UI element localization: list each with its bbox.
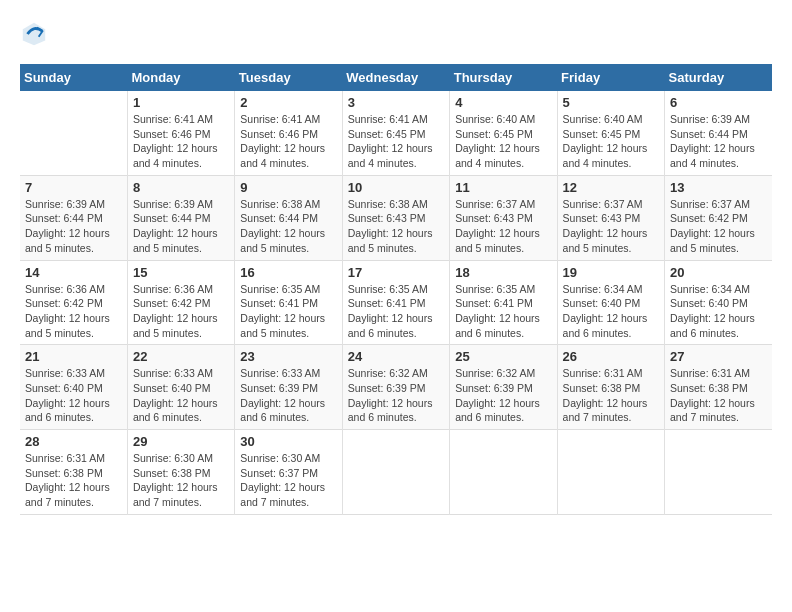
day-info: Sunrise: 6:41 AMSunset: 6:46 PMDaylight:… <box>133 112 229 171</box>
calendar-cell: 9Sunrise: 6:38 AMSunset: 6:44 PMDaylight… <box>235 175 342 260</box>
day-number: 1 <box>133 95 229 110</box>
day-info: Sunrise: 6:36 AMSunset: 6:42 PMDaylight:… <box>133 282 229 341</box>
day-info: Sunrise: 6:36 AMSunset: 6:42 PMDaylight:… <box>25 282 122 341</box>
calendar-cell: 14Sunrise: 6:36 AMSunset: 6:42 PMDayligh… <box>20 260 127 345</box>
calendar-cell: 10Sunrise: 6:38 AMSunset: 6:43 PMDayligh… <box>342 175 449 260</box>
calendar-cell: 17Sunrise: 6:35 AMSunset: 6:41 PMDayligh… <box>342 260 449 345</box>
day-info: Sunrise: 6:38 AMSunset: 6:44 PMDaylight:… <box>240 197 336 256</box>
day-info: Sunrise: 6:41 AMSunset: 6:45 PMDaylight:… <box>348 112 444 171</box>
calendar-cell: 11Sunrise: 6:37 AMSunset: 6:43 PMDayligh… <box>450 175 557 260</box>
day-number: 8 <box>133 180 229 195</box>
header-day-sunday: Sunday <box>20 64 127 91</box>
calendar-cell: 1Sunrise: 6:41 AMSunset: 6:46 PMDaylight… <box>127 91 234 175</box>
header-day-thursday: Thursday <box>450 64 557 91</box>
day-number: 30 <box>240 434 336 449</box>
day-info: Sunrise: 6:37 AMSunset: 6:42 PMDaylight:… <box>670 197 767 256</box>
calendar-cell: 7Sunrise: 6:39 AMSunset: 6:44 PMDaylight… <box>20 175 127 260</box>
week-row: 21Sunrise: 6:33 AMSunset: 6:40 PMDayligh… <box>20 345 772 430</box>
day-number: 12 <box>563 180 659 195</box>
day-number: 6 <box>670 95 767 110</box>
header-day-monday: Monday <box>127 64 234 91</box>
day-number: 26 <box>563 349 659 364</box>
day-info: Sunrise: 6:31 AMSunset: 6:38 PMDaylight:… <box>670 366 767 425</box>
day-number: 10 <box>348 180 444 195</box>
header-day-tuesday: Tuesday <box>235 64 342 91</box>
day-number: 15 <box>133 265 229 280</box>
logo-icon <box>20 20 48 48</box>
calendar-cell: 13Sunrise: 6:37 AMSunset: 6:42 PMDayligh… <box>665 175 772 260</box>
day-number: 13 <box>670 180 767 195</box>
day-info: Sunrise: 6:32 AMSunset: 6:39 PMDaylight:… <box>455 366 551 425</box>
calendar-cell: 21Sunrise: 6:33 AMSunset: 6:40 PMDayligh… <box>20 345 127 430</box>
day-number: 4 <box>455 95 551 110</box>
svg-marker-0 <box>23 23 45 45</box>
calendar-cell: 6Sunrise: 6:39 AMSunset: 6:44 PMDaylight… <box>665 91 772 175</box>
day-number: 7 <box>25 180 122 195</box>
day-number: 23 <box>240 349 336 364</box>
calendar-cell: 19Sunrise: 6:34 AMSunset: 6:40 PMDayligh… <box>557 260 664 345</box>
header-row: SundayMondayTuesdayWednesdayThursdayFrid… <box>20 64 772 91</box>
day-info: Sunrise: 6:32 AMSunset: 6:39 PMDaylight:… <box>348 366 444 425</box>
day-number: 28 <box>25 434 122 449</box>
calendar-cell: 30Sunrise: 6:30 AMSunset: 6:37 PMDayligh… <box>235 430 342 515</box>
week-row: 7Sunrise: 6:39 AMSunset: 6:44 PMDaylight… <box>20 175 772 260</box>
calendar-cell: 27Sunrise: 6:31 AMSunset: 6:38 PMDayligh… <box>665 345 772 430</box>
calendar-cell: 4Sunrise: 6:40 AMSunset: 6:45 PMDaylight… <box>450 91 557 175</box>
day-info: Sunrise: 6:39 AMSunset: 6:44 PMDaylight:… <box>25 197 122 256</box>
calendar-cell: 12Sunrise: 6:37 AMSunset: 6:43 PMDayligh… <box>557 175 664 260</box>
calendar-cell: 22Sunrise: 6:33 AMSunset: 6:40 PMDayligh… <box>127 345 234 430</box>
day-info: Sunrise: 6:41 AMSunset: 6:46 PMDaylight:… <box>240 112 336 171</box>
day-info: Sunrise: 6:31 AMSunset: 6:38 PMDaylight:… <box>563 366 659 425</box>
day-info: Sunrise: 6:34 AMSunset: 6:40 PMDaylight:… <box>670 282 767 341</box>
calendar-body: 1Sunrise: 6:41 AMSunset: 6:46 PMDaylight… <box>20 91 772 514</box>
day-number: 29 <box>133 434 229 449</box>
day-number: 17 <box>348 265 444 280</box>
calendar-cell: 24Sunrise: 6:32 AMSunset: 6:39 PMDayligh… <box>342 345 449 430</box>
page-header <box>20 20 772 48</box>
calendar-cell <box>450 430 557 515</box>
header-day-wednesday: Wednesday <box>342 64 449 91</box>
calendar-cell: 18Sunrise: 6:35 AMSunset: 6:41 PMDayligh… <box>450 260 557 345</box>
day-number: 20 <box>670 265 767 280</box>
header-day-saturday: Saturday <box>665 64 772 91</box>
calendar-cell: 3Sunrise: 6:41 AMSunset: 6:45 PMDaylight… <box>342 91 449 175</box>
day-number: 14 <box>25 265 122 280</box>
day-number: 22 <box>133 349 229 364</box>
calendar-cell: 25Sunrise: 6:32 AMSunset: 6:39 PMDayligh… <box>450 345 557 430</box>
header-day-friday: Friday <box>557 64 664 91</box>
calendar-cell: 28Sunrise: 6:31 AMSunset: 6:38 PMDayligh… <box>20 430 127 515</box>
calendar-cell: 23Sunrise: 6:33 AMSunset: 6:39 PMDayligh… <box>235 345 342 430</box>
day-info: Sunrise: 6:37 AMSunset: 6:43 PMDaylight:… <box>455 197 551 256</box>
day-number: 5 <box>563 95 659 110</box>
day-number: 27 <box>670 349 767 364</box>
day-number: 24 <box>348 349 444 364</box>
calendar-cell: 20Sunrise: 6:34 AMSunset: 6:40 PMDayligh… <box>665 260 772 345</box>
day-info: Sunrise: 6:37 AMSunset: 6:43 PMDaylight:… <box>563 197 659 256</box>
day-number: 19 <box>563 265 659 280</box>
day-info: Sunrise: 6:33 AMSunset: 6:40 PMDaylight:… <box>25 366 122 425</box>
week-row: 1Sunrise: 6:41 AMSunset: 6:46 PMDaylight… <box>20 91 772 175</box>
calendar-cell <box>665 430 772 515</box>
calendar-cell: 16Sunrise: 6:35 AMSunset: 6:41 PMDayligh… <box>235 260 342 345</box>
day-info: Sunrise: 6:30 AMSunset: 6:37 PMDaylight:… <box>240 451 336 510</box>
calendar-cell: 15Sunrise: 6:36 AMSunset: 6:42 PMDayligh… <box>127 260 234 345</box>
calendar-header: SundayMondayTuesdayWednesdayThursdayFrid… <box>20 64 772 91</box>
day-info: Sunrise: 6:35 AMSunset: 6:41 PMDaylight:… <box>455 282 551 341</box>
calendar-table: SundayMondayTuesdayWednesdayThursdayFrid… <box>20 64 772 515</box>
day-info: Sunrise: 6:35 AMSunset: 6:41 PMDaylight:… <box>348 282 444 341</box>
day-info: Sunrise: 6:34 AMSunset: 6:40 PMDaylight:… <box>563 282 659 341</box>
day-info: Sunrise: 6:40 AMSunset: 6:45 PMDaylight:… <box>455 112 551 171</box>
day-info: Sunrise: 6:30 AMSunset: 6:38 PMDaylight:… <box>133 451 229 510</box>
day-number: 11 <box>455 180 551 195</box>
logo <box>20 20 52 48</box>
day-info: Sunrise: 6:31 AMSunset: 6:38 PMDaylight:… <box>25 451 122 510</box>
calendar-cell: 26Sunrise: 6:31 AMSunset: 6:38 PMDayligh… <box>557 345 664 430</box>
calendar-cell <box>342 430 449 515</box>
day-info: Sunrise: 6:35 AMSunset: 6:41 PMDaylight:… <box>240 282 336 341</box>
calendar-cell: 8Sunrise: 6:39 AMSunset: 6:44 PMDaylight… <box>127 175 234 260</box>
day-number: 18 <box>455 265 551 280</box>
day-number: 3 <box>348 95 444 110</box>
day-info: Sunrise: 6:40 AMSunset: 6:45 PMDaylight:… <box>563 112 659 171</box>
day-number: 2 <box>240 95 336 110</box>
week-row: 28Sunrise: 6:31 AMSunset: 6:38 PMDayligh… <box>20 430 772 515</box>
